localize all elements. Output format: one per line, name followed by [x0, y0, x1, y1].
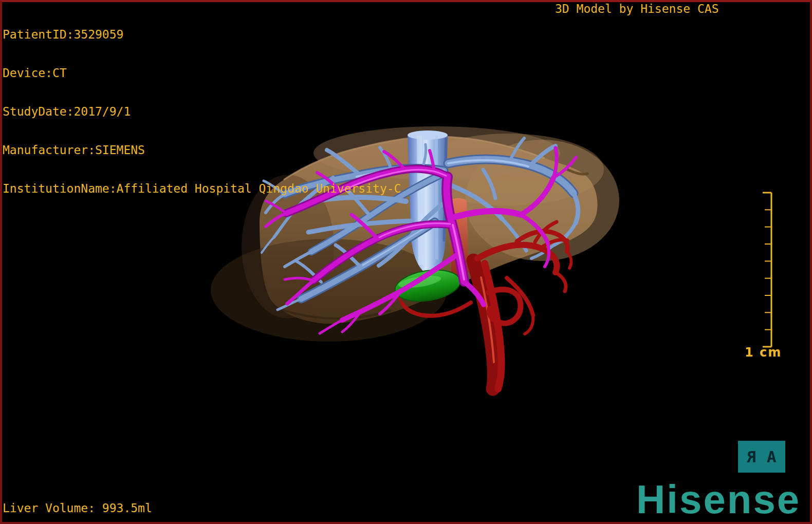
patient-id: PatientID:3529059	[3, 28, 401, 41]
patient-info-block: PatientID:3529059 Device:CT StudyDate:20…	[3, 3, 401, 208]
scale-bar-label: 1 cm	[745, 345, 782, 360]
orientation-glyph-anterior: A	[767, 449, 777, 465]
orientation-marker[interactable]: R A	[738, 441, 785, 473]
hisense-logo: Hisense	[636, 479, 801, 520]
device: Device:CT	[3, 67, 401, 80]
institution-name: InstitutionName:Affiliated Hospital Qing…	[3, 182, 401, 195]
cas-3d-viewer-window: { "window": { "background": "#000000", "…	[0, 0, 812, 524]
liver-volume-readout: Liver Volume: 993.5ml	[3, 502, 152, 515]
study-date: StudyDate:2017/9/1	[3, 105, 401, 118]
orientation-glyph-right-mirrored: R	[747, 449, 756, 465]
manufacturer: Manufacturer:SIEMENS	[3, 144, 401, 157]
scale-bar	[759, 191, 774, 354]
model-title: 3D Model by Hisense CAS	[555, 3, 719, 15]
